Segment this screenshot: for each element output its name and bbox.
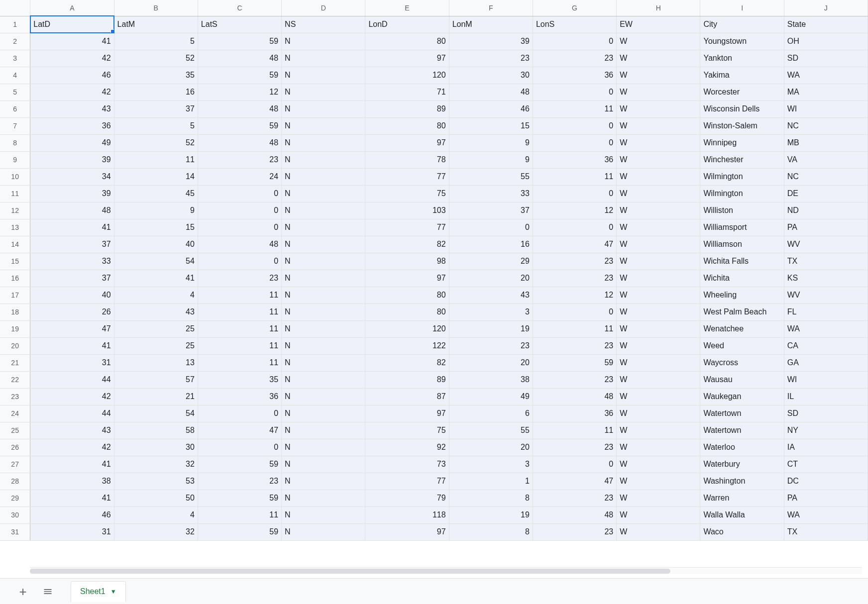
- cell-F17[interactable]: 43: [449, 287, 533, 303]
- cell-I7[interactable]: Winston-Salem: [700, 117, 784, 134]
- cell-F8[interactable]: 9: [449, 134, 533, 151]
- cell-G9[interactable]: 36: [533, 151, 616, 168]
- cell-D23[interactable]: N: [282, 388, 365, 405]
- row-header-11[interactable]: 11: [0, 185, 30, 202]
- cell-B11[interactable]: 45: [114, 185, 198, 202]
- row-header-28[interactable]: 28: [0, 473, 30, 490]
- cell-G2[interactable]: 0: [533, 33, 616, 50]
- column-header-G[interactable]: G: [533, 0, 616, 16]
- cell-F18[interactable]: 3: [449, 303, 533, 320]
- cell-B17[interactable]: 4: [114, 287, 198, 303]
- cell-J10[interactable]: NC: [784, 168, 868, 185]
- cell-J16[interactable]: KS: [784, 270, 868, 287]
- select-all-corner[interactable]: [0, 0, 30, 16]
- cell-F21[interactable]: 20: [449, 354, 533, 371]
- cell-B31[interactable]: 32: [114, 523, 198, 540]
- cell-E5[interactable]: 71: [365, 84, 449, 101]
- cell-A1[interactable]: LatD: [30, 16, 114, 33]
- cell-D11[interactable]: N: [282, 185, 365, 202]
- cell-E12[interactable]: 103: [365, 202, 449, 219]
- cell-H15[interactable]: W: [617, 253, 700, 270]
- row-header-9[interactable]: 9: [0, 151, 30, 168]
- cell-I27[interactable]: Waterbury: [700, 456, 784, 473]
- cell-G24[interactable]: 36: [533, 405, 616, 422]
- cell-C13[interactable]: 0: [198, 219, 281, 236]
- row-header-21[interactable]: 21: [0, 354, 30, 371]
- row-header-27[interactable]: 27: [0, 456, 30, 473]
- add-sheet-button[interactable]: +: [14, 583, 32, 601]
- cell-C19[interactable]: 11: [198, 320, 281, 337]
- cell-A3[interactable]: 42: [30, 50, 114, 67]
- cell-C26[interactable]: 0: [198, 439, 281, 456]
- sheet-tab-sheet1[interactable]: Sheet1 ▼: [71, 581, 126, 602]
- cell-A12[interactable]: 48: [30, 202, 114, 219]
- cell-A29[interactable]: 41: [30, 490, 114, 506]
- row-header-25[interactable]: 25: [0, 422, 30, 439]
- cell-B28[interactable]: 53: [114, 473, 198, 490]
- cell-H4[interactable]: W: [617, 67, 700, 84]
- cell-C7[interactable]: 59: [198, 117, 281, 134]
- row-header-20[interactable]: 20: [0, 337, 30, 354]
- cell-B18[interactable]: 43: [114, 303, 198, 320]
- cell-G20[interactable]: 23: [533, 337, 616, 354]
- cell-I28[interactable]: Washington: [700, 473, 784, 490]
- cell-D31[interactable]: N: [282, 523, 365, 540]
- cell-J20[interactable]: CA: [784, 337, 868, 354]
- cell-A9[interactable]: 39: [30, 151, 114, 168]
- cell-A19[interactable]: 47: [30, 320, 114, 337]
- cell-E25[interactable]: 75: [365, 422, 449, 439]
- cell-D16[interactable]: N: [282, 270, 365, 287]
- cell-E2[interactable]: 80: [365, 33, 449, 50]
- cell-B21[interactable]: 13: [114, 354, 198, 371]
- cell-H31[interactable]: W: [617, 523, 700, 540]
- cell-H23[interactable]: W: [617, 388, 700, 405]
- cell-D19[interactable]: N: [282, 320, 365, 337]
- cell-C15[interactable]: 0: [198, 253, 281, 270]
- column-header-H[interactable]: H: [617, 0, 700, 16]
- row-header-7[interactable]: 7: [0, 117, 30, 134]
- cell-D10[interactable]: N: [282, 168, 365, 185]
- cell-A31[interactable]: 31: [30, 523, 114, 540]
- cell-D22[interactable]: N: [282, 371, 365, 388]
- cell-A20[interactable]: 41: [30, 337, 114, 354]
- cell-F13[interactable]: 0: [449, 219, 533, 236]
- cell-J11[interactable]: DE: [784, 185, 868, 202]
- cell-A7[interactable]: 36: [30, 117, 114, 134]
- cell-F22[interactable]: 38: [449, 371, 533, 388]
- cell-B12[interactable]: 9: [114, 202, 198, 219]
- cell-E7[interactable]: 80: [365, 117, 449, 134]
- cell-F23[interactable]: 49: [449, 388, 533, 405]
- cell-D2[interactable]: N: [282, 33, 365, 50]
- cell-G26[interactable]: 23: [533, 439, 616, 456]
- cell-D13[interactable]: N: [282, 219, 365, 236]
- cell-F5[interactable]: 48: [449, 84, 533, 101]
- cell-A26[interactable]: 42: [30, 439, 114, 456]
- cell-E26[interactable]: 92: [365, 439, 449, 456]
- row-header-16[interactable]: 16: [0, 270, 30, 287]
- cell-D14[interactable]: N: [282, 236, 365, 253]
- cell-E27[interactable]: 73: [365, 456, 449, 473]
- cell-I22[interactable]: Wausau: [700, 371, 784, 388]
- cell-D9[interactable]: N: [282, 151, 365, 168]
- cell-I30[interactable]: Walla Walla: [700, 506, 784, 523]
- cell-C30[interactable]: 11: [198, 506, 281, 523]
- cell-J22[interactable]: WI: [784, 371, 868, 388]
- cell-E20[interactable]: 122: [365, 337, 449, 354]
- cell-A27[interactable]: 41: [30, 456, 114, 473]
- cell-G8[interactable]: 0: [533, 134, 616, 151]
- cell-J8[interactable]: MB: [784, 134, 868, 151]
- cell-C20[interactable]: 11: [198, 337, 281, 354]
- cell-C6[interactable]: 48: [198, 101, 281, 117]
- cell-F3[interactable]: 23: [449, 50, 533, 67]
- cell-E16[interactable]: 97: [365, 270, 449, 287]
- cell-B19[interactable]: 25: [114, 320, 198, 337]
- cell-C24[interactable]: 0: [198, 405, 281, 422]
- cell-E9[interactable]: 78: [365, 151, 449, 168]
- cell-D20[interactable]: N: [282, 337, 365, 354]
- cell-F16[interactable]: 20: [449, 270, 533, 287]
- cell-H24[interactable]: W: [617, 405, 700, 422]
- row-header-17[interactable]: 17: [0, 287, 30, 303]
- cell-J18[interactable]: FL: [784, 303, 868, 320]
- cell-I10[interactable]: Wilmington: [700, 168, 784, 185]
- row-header-4[interactable]: 4: [0, 67, 30, 84]
